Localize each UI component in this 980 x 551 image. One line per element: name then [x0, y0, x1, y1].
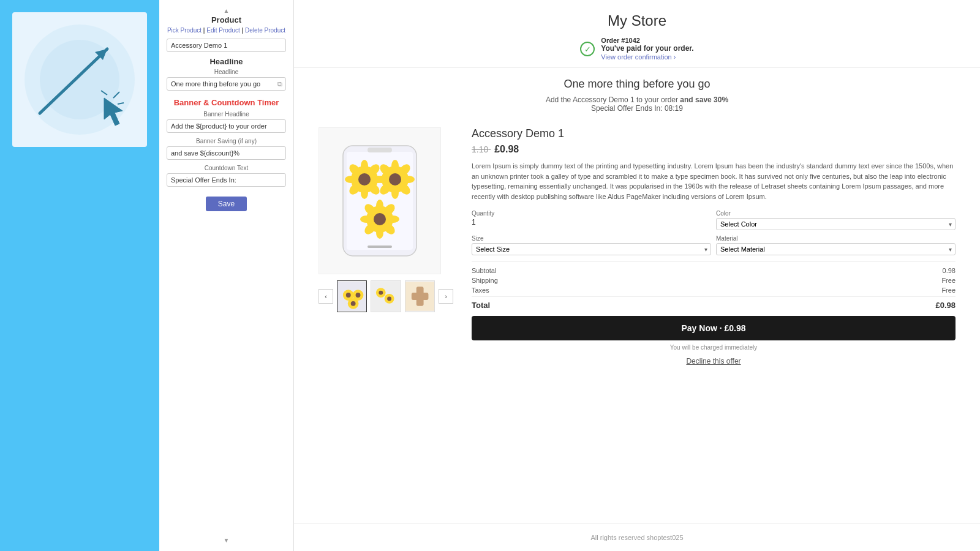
thumbnail-3[interactable] [405, 280, 435, 312]
headline-field-row: ⧉ [167, 77, 286, 91]
headline-input[interactable] [167, 77, 286, 91]
size-label: Size [472, 235, 711, 242]
taxes-row: Taxes Free [472, 287, 956, 294]
size-select-wrapper: Select Size [472, 243, 711, 255]
footer-text: All rights reserved shoptest025 [590, 534, 683, 541]
svg-point-25 [375, 176, 388, 183]
shipping-value: Free [941, 277, 956, 284]
countdown-label: Countdown Text [167, 165, 286, 171]
left-decorative-panel [0, 0, 159, 551]
taxes-label: Taxes [472, 287, 489, 294]
color-label: Color [716, 210, 956, 217]
svg-rect-10 [368, 148, 392, 152]
banner-section-title: Banner & Countdown Timer [167, 98, 286, 107]
save-button[interactable]: Save [206, 197, 247, 211]
delete-product-link[interactable]: Delete Product [245, 27, 285, 34]
upsell-subtitle-bold: and save 30% [680, 96, 728, 104]
product-links: Pick Product | Edit Product | Delete Pro… [167, 27, 286, 34]
price-row: 1.10 £0.98 [472, 144, 956, 155]
banner-text-input[interactable] [167, 119, 286, 133]
pricing-table: Subtotal 0.98 Shipping Free Taxes Free T… [472, 261, 956, 310]
total-row: Total £0.98 [472, 296, 956, 310]
edit-product-link[interactable]: Edit Product [206, 27, 239, 34]
scroll-up-arrow[interactable]: ▲ [167, 6, 286, 15]
copy-icon: ⧉ [277, 80, 282, 88]
product-image-svg [331, 140, 429, 262]
pay-now-button[interactable]: Pay Now · £0.98 [472, 316, 956, 340]
countdown-input[interactable] [167, 173, 286, 187]
svg-point-13 [361, 160, 368, 172]
order-number: Order #1042 [601, 37, 693, 44]
taxes-value: Free [941, 287, 956, 294]
svg-point-53 [387, 296, 391, 301]
sale-price: £0.98 [494, 144, 519, 154]
banner-saving-input[interactable] [167, 146, 286, 160]
svg-point-46 [356, 293, 361, 298]
main-product-image [318, 127, 441, 274]
subtotal-value: 0.98 [943, 267, 956, 274]
svg-point-22 [389, 173, 401, 186]
product-description: Lorem Ipsum is simply dummy text of the … [472, 161, 956, 201]
svg-rect-56 [412, 293, 429, 300]
svg-point-51 [379, 291, 383, 295]
shipping-row: Shipping Free [472, 277, 956, 284]
check-circle-icon: ✓ [580, 42, 595, 56]
order-text: Order #1042 You've paid for your order. … [601, 37, 693, 61]
color-select-wrapper: Select Color [716, 218, 956, 230]
next-image-button[interactable]: › [439, 289, 453, 304]
total-value: £0.98 [935, 301, 956, 310]
editor-panel: ▲ Product Pick Product | Edit Product | … [159, 0, 294, 551]
quantity-group: Quantity 1 [472, 210, 711, 230]
options-grid: Quantity 1 Color Select Color Size [472, 210, 956, 255]
headline-field-label: Headline [167, 69, 286, 75]
product-section: ‹ [294, 118, 980, 385]
banner-saving-label: Banner Saving (if any) [167, 138, 286, 144]
color-group: Color Select Color [716, 210, 956, 230]
svg-point-32 [374, 213, 386, 225]
product-name: Accessory Demo 1 [472, 127, 956, 140]
total-label: Total [472, 301, 490, 310]
svg-point-44 [346, 293, 351, 298]
order-paid-text: You've paid for your order. [601, 44, 693, 53]
color-select[interactable]: Select Color [716, 218, 956, 230]
upsell-title: One more thing before you go [306, 78, 968, 91]
product-details: Accessory Demo 1 1.10 £0.98 Lorem Ipsum … [472, 127, 956, 375]
preview-panel: My Store ✓ Order #1042 You've paid for y… [294, 0, 980, 551]
subtotal-row: Subtotal 0.98 [472, 267, 956, 274]
shipping-label: Shipping [472, 277, 498, 284]
preview-footer: All rights reserved shoptest025 [294, 523, 980, 551]
chart-icon [18, 18, 141, 141]
decline-offer-link[interactable]: Decline this offer [472, 357, 956, 365]
size-group: Size Select Size [472, 235, 711, 255]
material-select[interactable]: Select Material [716, 243, 956, 255]
countdown-display: Special Offer Ends In: 08:19 [306, 104, 968, 113]
upsell-banner: One more thing before you go Add the Acc… [294, 68, 980, 118]
svg-point-26 [402, 176, 415, 183]
product-section-title: Product [167, 15, 286, 24]
svg-point-15 [345, 176, 357, 183]
thumbnail-1[interactable] [337, 280, 367, 312]
upsell-subtitle-prefix: Add the Accessory Demo 1 to your order [546, 96, 680, 104]
store-name: My Store [294, 12, 980, 29]
material-select-wrapper: Select Material [716, 243, 956, 255]
original-price: 1.10 [472, 144, 491, 154]
thumbnail-2[interactable] [371, 280, 401, 312]
headline-section-title: Headline [167, 57, 286, 66]
scroll-down-arrow[interactable]: ▼ [167, 536, 286, 545]
svg-point-23 [391, 160, 399, 172]
quantity-label: Quantity [472, 210, 711, 217]
svg-point-33 [376, 200, 383, 212]
size-select[interactable]: Select Size [472, 243, 711, 255]
svg-point-48 [351, 301, 356, 306]
product-input[interactable] [167, 39, 286, 52]
material-label: Material [716, 235, 956, 242]
svg-point-34 [376, 227, 383, 239]
prev-image-button[interactable]: ‹ [318, 289, 333, 304]
svg-point-36 [387, 216, 399, 223]
order-confirmation: ✓ Order #1042 You've paid for your order… [294, 37, 980, 61]
view-order-link[interactable]: View order confirmation › [601, 53, 676, 61]
analytics-chart-box [12, 12, 147, 147]
product-images: ‹ [318, 127, 453, 375]
pick-product-link[interactable]: Pick Product [167, 27, 202, 34]
svg-point-14 [361, 187, 368, 199]
